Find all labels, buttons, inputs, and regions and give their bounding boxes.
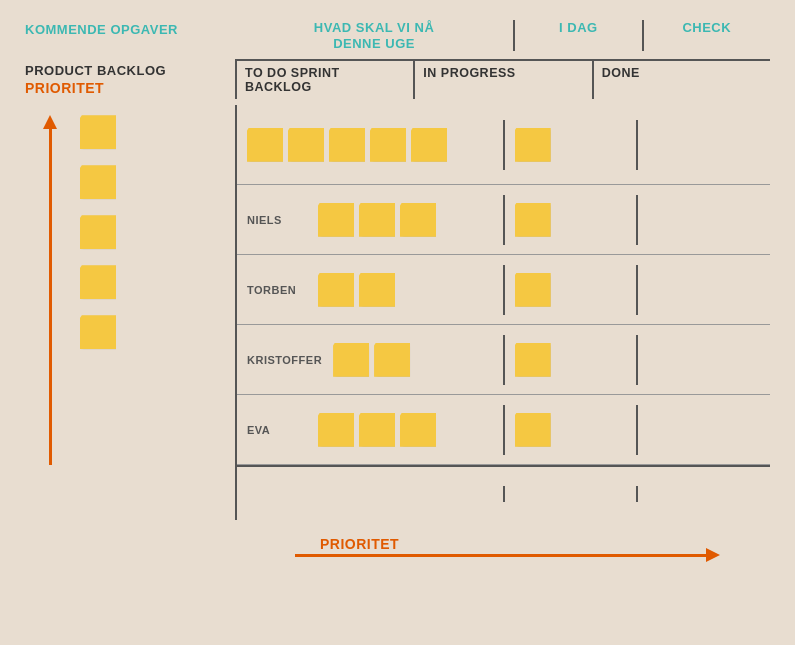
sticky-g2 <box>288 128 324 162</box>
sub-header-row: PRODUCT BACKLOG PRIORITET TO DO SPRINT B… <box>25 59 770 99</box>
kommende-opgaver-title: KOMMENDE OPGAVER <box>25 22 178 37</box>
cell-niels-sprint: NIELS <box>237 195 505 245</box>
backlog-sticky-1 <box>80 115 116 149</box>
i-dag-col: I DAG <box>513 20 643 51</box>
sticky-k2 <box>374 343 410 377</box>
cell-empty-sprint <box>237 486 505 502</box>
cell-eva-inprogress <box>505 405 639 455</box>
eva-sprint-stickies <box>318 413 436 447</box>
arrow-head-right-icon <box>706 548 720 562</box>
niels-sprint-stickies <box>318 203 436 237</box>
niels-label: NIELS <box>247 214 307 226</box>
hvad-skal-vi-col: HVAD SKAL VI NÅ DENNE UGE <box>235 20 513 51</box>
priority-arrow-vertical <box>43 115 57 465</box>
product-backlog-col <box>25 105 235 520</box>
sticky-eip1 <box>515 413 551 447</box>
header-left: KOMMENDE OPGAVER <box>25 20 235 38</box>
sticky-e3 <box>400 413 436 447</box>
page-container: KOMMENDE OPGAVER HVAD SKAL VI NÅ DENNE U… <box>0 0 795 645</box>
in-progress-header: IN PROGRESS <box>415 61 593 99</box>
priority-arrow-horizontal <box>295 548 720 562</box>
sticky-e1 <box>318 413 354 447</box>
grid-row-general <box>237 105 770 185</box>
cell-eva-sprint: EVA <box>237 405 505 455</box>
backlog-sticky-5 <box>80 315 116 349</box>
sticky-n1 <box>318 203 354 237</box>
torben-label: TORBEN <box>247 284 307 296</box>
sticky-kip1 <box>515 343 551 377</box>
cell-empty-inprogress <box>505 486 639 502</box>
cell-eva-done <box>638 422 770 438</box>
grid-row-kristoffer: KRISTOFFER <box>237 325 770 395</box>
backlog-sticky-4 <box>80 265 116 299</box>
grid-row-niels: NIELS <box>237 185 770 255</box>
hvad-skal-vi-title-line2: DENNE UGE <box>235 36 513 52</box>
sticky-n3 <box>400 203 436 237</box>
sticky-n2 <box>359 203 395 237</box>
cell-torben-sprint: TORBEN <box>237 265 505 315</box>
cell-torben-inprogress <box>505 265 639 315</box>
cell-torben-done <box>638 282 770 298</box>
header-main: HVAD SKAL VI NÅ DENNE UGE I DAG CHECK <box>235 20 770 51</box>
check-title: CHECK <box>644 20 770 36</box>
done-header: DONE <box>594 61 770 99</box>
cell-kristoffer-sprint: KRISTOFFER <box>237 335 505 385</box>
general-sprint-stickies <box>247 128 447 162</box>
grid-row-eva: EVA <box>237 395 770 465</box>
hvad-skal-vi-title-line1: HVAD SKAL VI NÅ <box>235 20 513 36</box>
prioritet-vertical-label: PRIORITET <box>25 80 235 96</box>
kristoffer-sprint-stickies <box>333 343 410 377</box>
cell-empty-done <box>638 486 770 502</box>
cell-general-inprogress <box>505 120 639 170</box>
backlog-sticky-3 <box>80 215 116 249</box>
eva-label: EVA <box>247 424 307 436</box>
bottom-arrow-area: PRIORITET <box>25 520 770 580</box>
sticky-e2 <box>359 413 395 447</box>
grid-row-torben: TORBEN <box>237 255 770 325</box>
i-dag-title: I DAG <box>515 20 641 36</box>
cell-general-sprint <box>237 120 505 170</box>
sticky-tip1 <box>515 273 551 307</box>
sub-header-main: TO DO SPRINT BACKLOG IN PROGRESS DONE <box>235 59 770 99</box>
sticky-nip1 <box>515 203 551 237</box>
sticky-t2 <box>359 273 395 307</box>
cell-niels-done <box>638 212 770 228</box>
cell-kristoffer-inprogress <box>505 335 639 385</box>
sticky-k1 <box>333 343 369 377</box>
sticky-g1 <box>247 128 283 162</box>
main-area: NIELS TORBEN <box>25 105 770 520</box>
bottom-section: PRIORITET <box>25 520 770 580</box>
sticky-gip1 <box>515 128 551 162</box>
header-row: KOMMENDE OPGAVER HVAD SKAL VI NÅ DENNE U… <box>25 20 770 51</box>
cell-general-done <box>638 137 770 153</box>
backlog-stickies <box>35 110 235 349</box>
sticky-g4 <box>370 128 406 162</box>
sticky-g3 <box>329 128 365 162</box>
arrow-line-vertical <box>49 129 52 465</box>
product-backlog-title: PRODUCT BACKLOG <box>25 63 235 78</box>
kristoffer-label: KRISTOFFER <box>247 354 322 366</box>
sprint-grid: NIELS TORBEN <box>235 105 770 520</box>
check-col: CHECK <box>644 20 770 51</box>
arrow-line-horizontal <box>295 554 706 557</box>
sub-header-left: PRODUCT BACKLOG PRIORITET <box>25 63 235 96</box>
torben-sprint-stickies <box>318 273 395 307</box>
todo-sprint-backlog-header: TO DO SPRINT BACKLOG <box>237 61 415 99</box>
sticky-g5 <box>411 128 447 162</box>
arrow-head-up-icon <box>43 115 57 129</box>
sticky-t1 <box>318 273 354 307</box>
cell-niels-inprogress <box>505 195 639 245</box>
backlog-sticky-2 <box>80 165 116 199</box>
cell-kristoffer-done <box>638 352 770 368</box>
grid-row-empty <box>237 465 770 520</box>
